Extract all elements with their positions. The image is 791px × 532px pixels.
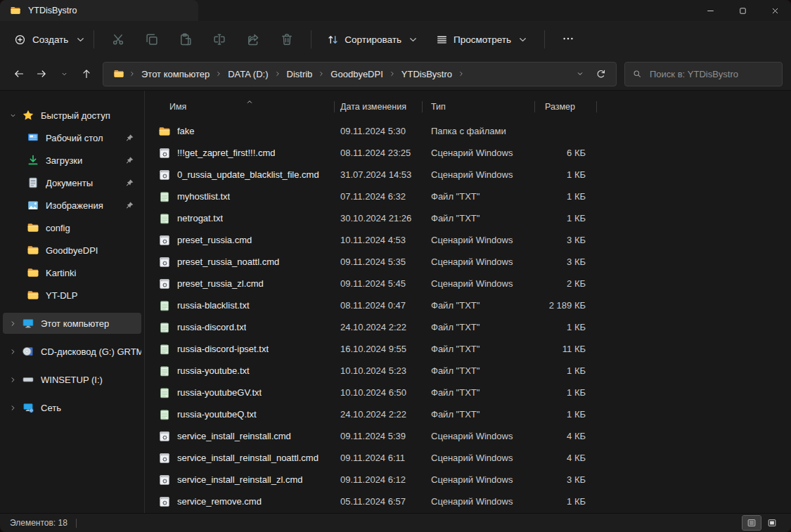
file-date: 24.10.2024 2:22 <box>335 322 423 332</box>
file-row[interactable]: service_install_reinstall_zl.cmd 09.11.2… <box>155 469 791 491</box>
command-bar: Создать Сортировать Просмотреть <box>0 21 791 58</box>
folder-icon <box>27 244 39 257</box>
file-date: 09.11.2024 5:30 <box>335 126 423 136</box>
search-box[interactable] <box>624 62 783 86</box>
maximize-button[interactable] <box>726 0 759 21</box>
column-header-size[interactable]: Размер <box>535 96 597 117</box>
file-row[interactable]: myhostlist.txt 07.11.2024 6:32 Файл "TXT… <box>155 186 791 207</box>
file-row[interactable]: russia-blacklist.txt 08.11.2024 0:47 Фай… <box>155 294 791 316</box>
txt-file-icon <box>158 343 171 356</box>
file-row[interactable]: netrogat.txt 30.10.2024 21:26 Файл "TXT"… <box>155 207 791 229</box>
sidebar-item-1[interactable]: Рабочий стол <box>3 127 141 148</box>
file-row[interactable]: service_remove.cmd 05.11.2024 6:57 Сцена… <box>155 491 791 512</box>
forward-button[interactable] <box>31 63 52 84</box>
sidebar-item-11[interactable]: WINSETUP (I:) <box>3 369 141 390</box>
paste-button[interactable] <box>179 32 193 46</box>
file-size: 4 КБ <box>535 453 597 463</box>
sidebar-item-6[interactable]: GoodbyeDPI <box>3 240 141 261</box>
sidebar-item-7[interactable]: Kartinki <box>3 262 141 283</box>
chevron-down-icon[interactable] <box>7 110 18 121</box>
refresh-button[interactable] <box>596 69 606 79</box>
file-row[interactable]: russia-youtubeGV.txt 10.10.2024 6:50 Фай… <box>155 382 791 403</box>
file-row[interactable]: russia-youtubeQ.txt 24.10.2024 2:22 Файл… <box>155 403 791 425</box>
file-name: preset_russia_zl.cmd <box>177 278 264 289</box>
sidebar-item-9[interactable]: Этот компьютер <box>3 313 141 334</box>
file-date: 16.10.2024 9:55 <box>335 344 423 354</box>
file-type: Файл "TXT" <box>423 387 535 398</box>
sidebar-item-3[interactable]: Документы <box>3 172 141 193</box>
file-size: 1 КБ <box>535 387 597 398</box>
breadcrumb-segment[interactable]: DATA (D:) <box>224 67 272 82</box>
chevron-right-icon[interactable] <box>7 318 18 329</box>
file-row[interactable]: russia-youtube.txt 10.10.2024 5:23 Файл … <box>155 360 791 382</box>
share-button[interactable] <box>246 32 260 46</box>
minimize-button[interactable] <box>694 0 726 21</box>
cut-button[interactable] <box>111 32 125 46</box>
sidebar-item-8[interactable]: YT-DLP <box>3 285 141 306</box>
file-size: 3 КБ <box>535 257 597 267</box>
column-header-date[interactable]: Дата изменения <box>335 96 423 117</box>
breadcrumb-segment[interactable]: Этот компьютер <box>137 67 214 82</box>
file-row[interactable]: russia-discord-ipset.txt 16.10.2024 9:55… <box>155 338 791 360</box>
file-row[interactable]: !!!get_zapret_first!!!.cmd 08.11.2024 23… <box>155 142 791 164</box>
file-name: russia-youtube.txt <box>177 365 250 376</box>
maximize-icon <box>738 6 747 15</box>
cd-drive-icon <box>22 345 34 358</box>
chevron-right-icon[interactable] <box>7 346 18 357</box>
file-row[interactable]: 0_russia_update_blacklist_file.cmd 31.07… <box>155 164 791 186</box>
file-size: 1 КБ <box>535 496 597 507</box>
breadcrumb-segment[interactable]: YTDisBystro <box>397 67 456 82</box>
chevron-right-icon[interactable] <box>7 374 18 385</box>
copy-button[interactable] <box>145 32 159 46</box>
file-name: russia-youtubeGV.txt <box>177 387 262 398</box>
sidebar-item-2[interactable]: Загрузки <box>3 150 141 171</box>
file-row[interactable]: service_install_reinstall.cmd 09.11.2024… <box>155 425 791 447</box>
sidebar-item-4[interactable]: Изображения <box>3 195 141 216</box>
search-input[interactable] <box>648 68 775 80</box>
delete-button[interactable] <box>280 32 294 46</box>
navigation-pane: Быстрый доступ Рабочий стол Загрузки Док… <box>0 91 145 513</box>
details-view-button[interactable] <box>742 516 761 530</box>
sidebar-item-5[interactable]: config <box>3 217 141 238</box>
sidebar-item-12[interactable]: Сеть <box>3 397 141 418</box>
paste-icon <box>179 32 193 46</box>
view-button[interactable]: Просмотреть <box>436 34 529 46</box>
file-row[interactable]: fake 09.11.2024 5:30 Папка с файлами <box>155 120 791 142</box>
address-dropdown-button[interactable] <box>576 70 584 78</box>
rename-button[interactable] <box>212 32 226 46</box>
column-header-type[interactable]: Тип <box>423 96 535 117</box>
close-button[interactable] <box>759 0 791 21</box>
chevron-right-icon <box>274 70 281 77</box>
up-button[interactable] <box>76 63 97 84</box>
breadcrumb-segment[interactable]: Distrib <box>283 67 317 82</box>
sidebar-item-0[interactable]: Быстрый доступ <box>3 105 141 126</box>
column-header-name[interactable]: Имя <box>155 96 335 117</box>
new-button[interactable]: Создать <box>14 34 86 46</box>
back-button[interactable] <box>8 63 30 84</box>
sort-button[interactable]: Сортировать <box>327 34 419 46</box>
folder-icon <box>10 5 21 16</box>
sidebar-item-10[interactable]: CD-дисковод (G:) GRTMPVC <box>3 341 141 362</box>
file-row[interactable]: russia-discord.txt 24.10.2024 2:22 Файл … <box>155 316 791 338</box>
breadcrumb-segment[interactable]: GoodbyeDPI <box>326 67 387 82</box>
navigation-bar: Этот компьютер DATA (D:) Distrib Goodbye… <box>0 58 791 91</box>
explorer-tab[interactable]: YTDisBystro <box>0 0 198 21</box>
more-options-button[interactable] <box>560 32 576 47</box>
chevron-right-icon[interactable] <box>7 402 18 413</box>
file-name: service_install_reinstall_zl.cmd <box>177 474 302 485</box>
file-name: russia-blacklist.txt <box>177 300 250 311</box>
file-size: 6 КБ <box>535 148 597 158</box>
address-bar[interactable]: Этот компьютер DATA (D:) Distrib Goodbye… <box>103 62 617 86</box>
file-row[interactable]: preset_russia.cmd 10.11.2024 4:53 Сценар… <box>155 229 791 251</box>
file-row[interactable]: service_install_reinstall_noattl.cmd 09.… <box>155 447 791 469</box>
folder-icon <box>158 125 171 138</box>
file-row[interactable]: preset_russia_noattl.cmd 09.11.2024 5:35… <box>155 251 791 273</box>
file-name: service_install_reinstall_noattl.cmd <box>177 453 319 463</box>
more-icon <box>562 32 574 45</box>
file-row[interactable]: preset_russia_zl.cmd 09.11.2024 5:45 Сце… <box>155 273 791 294</box>
file-date: 09.11.2024 5:45 <box>335 278 423 289</box>
txt-file-icon <box>158 387 171 399</box>
thumbnails-view-button[interactable] <box>763 516 781 530</box>
items-count: Элементов: 18 <box>10 518 67 528</box>
recent-locations-button[interactable] <box>53 63 75 84</box>
